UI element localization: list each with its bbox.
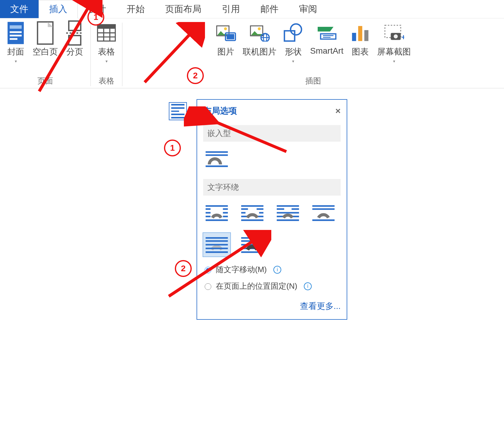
svg-rect-31 <box>358 26 362 41</box>
smartart-label: SmartArt <box>310 46 343 56</box>
chart-label: 图表 <box>352 46 369 58</box>
wrap-option-topbottom[interactable] <box>310 201 337 225</box>
screenshot-label: 屏幕截图 <box>377 46 411 58</box>
screenshot-icon: + <box>384 23 404 43</box>
page-break-label: 分页 <box>66 46 83 58</box>
blank-page-button[interactable]: 空白页 <box>33 23 58 64</box>
shapes-icon <box>283 23 304 43</box>
tab-review[interactable]: 审阅 <box>289 0 327 18</box>
dropdown-icon: ▾ <box>15 59 17 64</box>
page-break-button[interactable]: 分页 <box>65 23 85 64</box>
see-more-link[interactable]: 查看更多... <box>203 300 341 312</box>
smartart-button[interactable]: SmartArt <box>310 23 343 64</box>
ribbon: 封面 ▾ 空白页 分页 页面 <box>0 18 504 88</box>
smartart-icon <box>317 23 337 43</box>
app-root: 文件 插入 设计 开始 页面布局 引用 邮件 审阅 封面 ▾ <box>0 0 504 440</box>
online-picture-icon <box>249 23 270 43</box>
wrap-section-label: 文字环绕 <box>203 179 341 196</box>
svg-text:+: + <box>402 33 405 41</box>
picture-label: 图片 <box>217 46 234 58</box>
radio-fixed-input[interactable] <box>205 283 211 290</box>
position-radios: 随文字移动(M) i 在页面上的位置固定(N) i <box>203 264 341 291</box>
cover-page-icon <box>5 23 26 43</box>
wrap-option-infront-text[interactable] <box>239 233 266 256</box>
svg-point-16 <box>224 27 227 30</box>
wrap-option-square[interactable] <box>203 201 230 225</box>
inline-section-label: 嵌入型 <box>203 125 341 142</box>
blank-page-label: 空白页 <box>33 46 58 58</box>
ribbon-group-tables: 表格 ▾ 表格 <box>91 23 122 86</box>
shapes-label: 形状 <box>285 46 302 58</box>
svg-rect-18 <box>227 34 234 39</box>
svg-marker-26 <box>318 27 333 32</box>
svg-rect-3 <box>10 35 22 36</box>
close-button[interactable]: × <box>335 106 341 116</box>
svg-rect-6 <box>69 21 81 30</box>
layout-options-panel: 布局选项 × 嵌入型 文字环绕 <box>197 99 347 320</box>
radio-fixed-position[interactable]: 在页面上的位置固定(N) i <box>203 281 341 291</box>
picture-icon <box>216 23 236 43</box>
annotation-circle-1-top: 1 <box>87 9 104 26</box>
blank-page-icon <box>35 23 55 43</box>
info-icon[interactable]: i <box>304 282 312 290</box>
picture-button[interactable]: 图片 <box>216 23 236 64</box>
chart-button[interactable]: 图表 <box>350 23 370 64</box>
group-tables-label: 表格 <box>99 76 114 86</box>
svg-rect-24 <box>284 31 295 41</box>
dropdown-icon: ▾ <box>393 59 395 64</box>
wrap-option-tight[interactable] <box>239 201 266 225</box>
ribbon-group-pages: 封面 ▾ 空白页 分页 页面 <box>0 23 91 86</box>
tab-mailings[interactable]: 邮件 <box>250 0 289 18</box>
tab-insert[interactable]: 插入 <box>39 0 78 18</box>
document-stage: 布局选项 × 嵌入型 文字环绕 <box>0 88 504 420</box>
annotation-circle-2-bottom: 2 <box>175 260 192 277</box>
online-picture-label: 联机图片 <box>243 46 276 58</box>
tab-references[interactable]: 引用 <box>212 0 250 18</box>
layout-options-launcher[interactable] <box>169 102 187 120</box>
shapes-button[interactable]: 形状 ▾ <box>283 23 304 64</box>
info-icon[interactable]: i <box>273 266 281 274</box>
panel-title: 布局选项 <box>203 105 237 117</box>
svg-point-20 <box>258 27 261 30</box>
table-button[interactable]: 表格 ▾ <box>96 23 117 64</box>
tab-page-layout[interactable]: 页面布局 <box>155 0 212 18</box>
dropdown-icon: ▾ <box>106 59 108 64</box>
dropdown-icon: ▾ <box>292 59 294 64</box>
svg-rect-1 <box>10 25 22 29</box>
svg-rect-30 <box>352 33 356 41</box>
cover-page-label: 封面 <box>7 46 24 58</box>
annotation-circle-2-top: 2 <box>187 67 204 84</box>
svg-rect-4 <box>10 38 17 40</box>
table-icon <box>96 23 117 43</box>
annotation-circle-1-bottom: 1 <box>164 140 181 156</box>
radio-move-with-text[interactable]: 随文字移动(M) i <box>203 264 341 275</box>
svg-rect-2 <box>10 31 22 33</box>
online-picture-button[interactable]: 联机图片 <box>243 23 276 64</box>
svg-rect-10 <box>98 25 115 29</box>
radio-move-input[interactable] <box>205 267 211 273</box>
chart-icon <box>350 23 370 43</box>
tab-home[interactable]: 开始 <box>116 0 155 18</box>
radio-fixed-label: 在页面上的位置固定(N) <box>216 281 297 291</box>
tab-file[interactable]: 文件 <box>0 0 39 18</box>
cover-page-button[interactable]: 封面 ▾ <box>5 23 26 64</box>
svg-rect-32 <box>364 30 369 41</box>
svg-rect-27 <box>321 34 336 39</box>
page-break-icon <box>65 23 85 43</box>
table-label: 表格 <box>98 46 115 58</box>
svg-point-25 <box>291 24 301 35</box>
screenshot-button[interactable]: + 屏幕截图 ▾ <box>377 23 411 64</box>
group-pages-label: 页面 <box>37 76 53 86</box>
ribbon-tabs: 文件 插入 设计 开始 页面布局 引用 邮件 审阅 <box>0 0 504 18</box>
wrap-option-inline[interactable] <box>203 147 230 171</box>
wrap-option-behind-text[interactable] <box>203 233 230 256</box>
ribbon-group-illustrations: 图片 联机图片 形状 ▾ <box>122 23 504 86</box>
svg-rect-7 <box>69 36 81 45</box>
radio-move-label: 随文字移动(M) <box>216 264 267 275</box>
wrap-option-through[interactable] <box>274 201 301 225</box>
group-illustrations-label: 插图 <box>305 76 321 86</box>
svg-point-35 <box>394 34 398 39</box>
